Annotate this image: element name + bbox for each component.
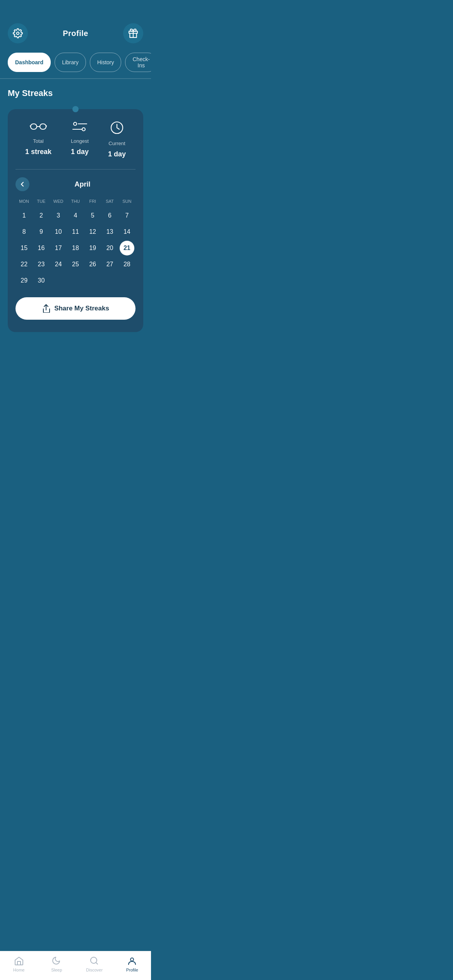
stat-total: Total 1 streak xyxy=(25,121,51,156)
calendar-day-cell[interactable]: 30 xyxy=(33,273,50,288)
calendar-month: April xyxy=(29,180,136,188)
calendar-prev-button[interactable] xyxy=(15,177,29,191)
longest-label: Longest xyxy=(71,138,89,144)
total-label: Total xyxy=(33,138,43,144)
stat-current: Current 1 day xyxy=(108,121,126,158)
calendar-day-cell xyxy=(118,273,136,288)
glasses-icon xyxy=(30,121,47,134)
calendar-week-5: 2930 xyxy=(15,273,136,288)
day-header-fri: FRI xyxy=(84,197,101,205)
calendar-day-cell[interactable]: 12 xyxy=(84,224,101,239)
calendar-week-2: 891011121314 xyxy=(15,224,136,239)
share-streaks-button[interactable]: Share My Streaks xyxy=(15,297,136,320)
streaks-title: My Streaks xyxy=(8,88,143,98)
stats-row: Total 1 streak Longest 1 day xyxy=(15,121,136,158)
header: Profile xyxy=(0,0,151,50)
tab-dashboard[interactable]: Dashboard xyxy=(8,53,51,72)
calendar-day-cell xyxy=(84,273,101,288)
day-header-mon: MON xyxy=(15,197,33,205)
calendar-day-cell[interactable]: 16 xyxy=(33,241,50,255)
calendar-day-cell[interactable]: 3 xyxy=(50,208,67,223)
svg-point-8 xyxy=(74,122,77,125)
day-header-wed: WED xyxy=(50,197,67,205)
tab-checkins[interactable]: Check-Ins xyxy=(125,53,151,72)
settings-button[interactable] xyxy=(8,23,28,43)
calendar-day-cell[interactable]: 9 xyxy=(33,224,50,239)
stat-longest: Longest 1 day xyxy=(71,121,89,156)
tab-library[interactable]: Library xyxy=(55,53,86,72)
day-header-sun: SUN xyxy=(118,197,136,205)
calendar-day-cell[interactable]: 19 xyxy=(84,241,101,255)
calendar-day-cell[interactable]: 18 xyxy=(67,241,84,255)
calendar-day-cell[interactable]: 28 xyxy=(118,257,136,272)
calendar-day-cell[interactable]: 17 xyxy=(50,241,67,255)
total-value: 1 streak xyxy=(25,148,51,156)
calendar-day-cell[interactable]: 20 xyxy=(101,241,118,255)
day-header-tue: TUE xyxy=(33,197,50,205)
calendar-day-cell[interactable]: 15 xyxy=(15,241,33,255)
page-title: Profile xyxy=(63,29,88,38)
share-button-wrap: Share My Streaks xyxy=(15,290,136,323)
bottom-spacer xyxy=(0,332,151,363)
main-content: My Streaks Total 1 streak xyxy=(0,79,151,332)
svg-line-7 xyxy=(46,126,47,127)
filter-icon xyxy=(72,121,88,134)
svg-point-0 xyxy=(17,32,19,35)
calendar-week-4: 22232425262728 xyxy=(15,257,136,272)
clock-icon xyxy=(110,121,124,137)
day-header-thu: THU xyxy=(67,197,84,205)
calendar-day-cell[interactable]: 27 xyxy=(101,257,118,272)
day-header-sat: SAT xyxy=(101,197,118,205)
svg-rect-4 xyxy=(40,124,46,129)
calendar-day-cell[interactable]: 14 xyxy=(118,224,136,239)
calendar-day-cell xyxy=(50,273,67,288)
svg-line-6 xyxy=(30,126,31,127)
chevron-left-icon xyxy=(20,182,25,187)
calendar-day-headers: MON TUE WED THU FRI SAT SUN xyxy=(15,197,136,205)
calendar-day-cell xyxy=(101,273,118,288)
calendar-day-cell[interactable]: 23 xyxy=(33,257,50,272)
streak-dot xyxy=(72,106,79,112)
calendar-day-cell[interactable]: 7 xyxy=(118,208,136,223)
calendar-day-cell[interactable]: 5 xyxy=(84,208,101,223)
streak-card: Total 1 streak Longest 1 day xyxy=(8,109,143,332)
tab-history[interactable]: History xyxy=(90,53,122,72)
calendar-day-cell[interactable]: 13 xyxy=(101,224,118,239)
calendar-header: April xyxy=(15,177,136,191)
share-icon xyxy=(42,304,50,313)
gift-button[interactable] xyxy=(123,23,143,43)
gift-icon xyxy=(128,28,138,38)
calendar-week-1: 1234567 xyxy=(15,208,136,223)
share-label: Share My Streaks xyxy=(54,305,109,312)
calendar-day-cell[interactable]: 6 xyxy=(101,208,118,223)
calendar-day-cell[interactable]: 21 xyxy=(120,241,134,255)
current-label: Current xyxy=(108,140,125,146)
calendar-day-cell[interactable]: 8 xyxy=(15,224,33,239)
calendar-day-cell[interactable]: 22 xyxy=(15,257,33,272)
calendar-day-cell[interactable]: 4 xyxy=(67,208,84,223)
calendar-day-cell xyxy=(67,273,84,288)
calendar-day-cell[interactable]: 26 xyxy=(84,257,101,272)
tabs-bar: Dashboard Library History Check-Ins xyxy=(0,50,151,78)
longest-value: 1 day xyxy=(71,148,89,156)
current-value: 1 day xyxy=(108,150,126,158)
svg-point-10 xyxy=(82,128,85,131)
calendar-day-cell[interactable]: 2 xyxy=(33,208,50,223)
card-separator xyxy=(15,169,136,170)
gear-icon xyxy=(13,28,23,38)
calendar-day-cell[interactable]: 29 xyxy=(15,273,33,288)
calendar-day-cell[interactable]: 25 xyxy=(67,257,84,272)
calendar-day-cell[interactable]: 24 xyxy=(50,257,67,272)
calendar-day-cell[interactable]: 1 xyxy=(15,208,33,223)
svg-rect-3 xyxy=(31,124,37,129)
calendar-grid: MON TUE WED THU FRI SAT SUN 123456789101… xyxy=(15,197,136,288)
calendar-week-3: 15161718192021 xyxy=(15,241,136,255)
calendar-day-cell[interactable]: 11 xyxy=(67,224,84,239)
calendar-day-cell[interactable]: 10 xyxy=(50,224,67,239)
calendar-body: 1234567891011121314151617181920212223242… xyxy=(15,208,136,288)
